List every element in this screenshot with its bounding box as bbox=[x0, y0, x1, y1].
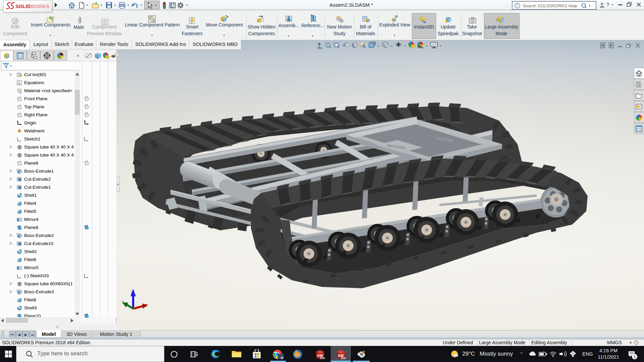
svg-text:▾: ▾ bbox=[378, 45, 379, 48]
svg-text:2018: 2018 bbox=[341, 357, 346, 359]
svg-text:Σ: Σ bbox=[18, 81, 20, 85]
svg-text:Y: Y bbox=[121, 300, 124, 305]
svg-text:A: A bbox=[363, 44, 366, 49]
svg-text:?: ? bbox=[516, 4, 518, 8]
svg-text:!: ! bbox=[446, 20, 446, 22]
svg-text:2018: 2018 bbox=[320, 357, 325, 359]
svg-text:Z: Z bbox=[131, 290, 134, 295]
svg-text:▾: ▾ bbox=[391, 45, 392, 48]
svg-text:SOLIDWORKS: SOLIDWORKS bbox=[15, 4, 49, 9]
svg-text:▾: ▾ bbox=[405, 45, 406, 48]
svg-text:▾: ▾ bbox=[426, 45, 427, 48]
svg-text:X: X bbox=[145, 303, 148, 308]
svg-text:▾: ▾ bbox=[440, 45, 441, 48]
